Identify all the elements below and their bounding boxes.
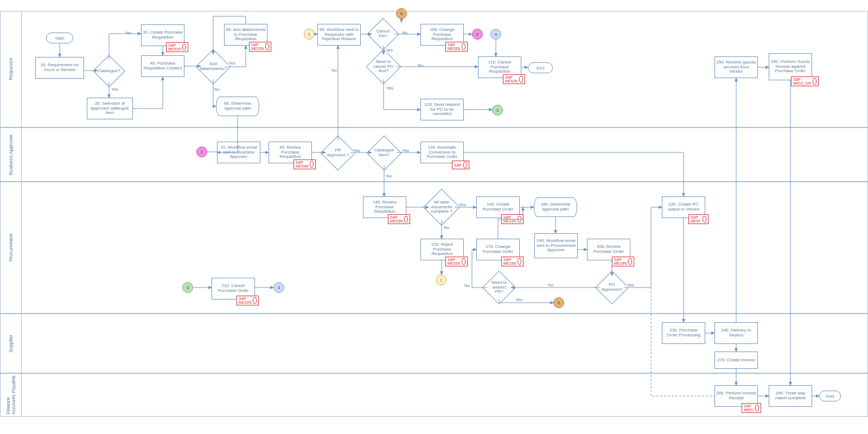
box-90: 90. Workflow sent to Requestor with Reje… <box>317 24 361 46</box>
decision-cancel-pr: Cancel PR? <box>372 23 394 46</box>
sap-me52n-150: SAP ME52N <box>445 257 468 266</box>
lane-finance: Finance Accounts Payable <box>0 373 22 417</box>
box-190: 190. Workflow email sent to Procurement … <box>534 233 578 258</box>
lbl-no: No <box>444 225 449 230</box>
lane-requestor: Requestor <box>0 11 22 127</box>
box-270: 270. Create Invoice <box>714 352 758 369</box>
sap-me51n: SAP ME51N <box>166 42 188 52</box>
sap-me29n: SAP ME29N <box>612 257 634 266</box>
start-node: Start <box>46 33 73 43</box>
box-10: 10. Requirement for Good or Service <box>35 57 84 79</box>
box-180: 180. Determine approval path <box>534 197 577 217</box>
box-240: 240. Delivery to Seqirus <box>714 322 758 344</box>
lbl-no: No <box>214 87 220 92</box>
sap-me52n-110: SAP ME52N <box>503 74 525 84</box>
flowchart-canvas: Requestor Business Approver Procurement … <box>0 0 868 434</box>
decision-docs-complete: All data/ documents complete ? <box>429 194 455 220</box>
sap-me22n-170: SAP ME22N <box>501 257 524 266</box>
sap-me22n-210: SAP ME22N <box>237 296 259 305</box>
sap-me9f: SAP ME9F <box>688 214 709 224</box>
decision-catalogue-item: Catalogue Item? <box>372 141 397 165</box>
lbl-no: No <box>464 283 470 288</box>
box-20: 20. Selection of approved catalogue item <box>87 98 133 119</box>
lbl-yes: Yes <box>353 148 360 153</box>
lbl-yes: Yes <box>627 283 634 288</box>
ref-2-ba: 2 <box>196 146 207 157</box>
ref-4-proc: 4 <box>273 282 284 293</box>
sap-miro: SAP MIRO <box>742 403 761 413</box>
lbl-yes: Yes <box>228 61 235 66</box>
decision-catalogue: Catalogue? <box>98 60 120 82</box>
box-130: 130. Automatic Conversion to Purchase Or… <box>420 142 464 163</box>
decision-amend-pr: Need to amend PR? <box>487 276 511 299</box>
lbl-yes: Yes <box>386 48 393 53</box>
lbl-yes: Yes <box>111 87 118 92</box>
lbl-no: No <box>386 174 392 178</box>
ref-1-top: 1 <box>304 29 315 40</box>
lbl-no: No <box>331 68 337 73</box>
decision-pr-approved: PR Approved ? <box>326 141 350 165</box>
lbl-no: No <box>418 63 423 68</box>
ref-4-top: 4 <box>490 29 501 40</box>
sap-me52n-50: SAP ME52N <box>249 42 271 52</box>
lbl-yes: Yes <box>515 297 522 302</box>
box-120: 120. Send request for PO to be cancelled <box>420 99 464 120</box>
sap-130: SAP <box>452 161 469 169</box>
sap-me52n-100: SAP ME52N <box>445 42 468 52</box>
end-finance: End <box>819 391 841 401</box>
ref-5-top: 5 <box>396 8 407 19</box>
lane-procurement: Procurement <box>0 182 22 314</box>
ref-2-top: 2 <box>472 29 483 40</box>
sap-me53n: SAP ME53N <box>388 214 410 224</box>
ref-1-proc: 1 <box>436 275 446 285</box>
ref-5-proc: 5 <box>553 297 564 308</box>
sap-migo: SAP MIGO_GR <box>791 76 819 86</box>
decision-po-approved: PO Approved? <box>600 276 624 299</box>
lbl-no: No <box>402 30 407 35</box>
lane-supplier: Supplier <box>0 314 22 373</box>
box-40: 40. Purchase Requisition Created <box>141 55 184 77</box>
lane-business-approver: Business Approver <box>0 127 22 182</box>
ref-3-proc: 3 <box>182 282 193 293</box>
decision-attachments: Add Attachments? <box>201 54 226 79</box>
box-250: 250. Receive goods/ services from Vendor <box>714 56 758 78</box>
ref-3-top: 3 <box>492 105 503 116</box>
sap-me54n: SAP ME54N <box>293 159 316 169</box>
decision-cancel-po: Need to cancel PO first? <box>371 54 396 79</box>
lbl-yes: Yes <box>459 202 466 207</box>
end-requestor: End <box>528 62 553 73</box>
box-230: 230. Purchase Order Processing <box>662 322 705 344</box>
box-290: 290. Three way match complete <box>769 385 812 407</box>
lbl-yes: Yes <box>386 86 393 91</box>
lbl-no: No <box>548 283 553 288</box>
box-60: 60. Determine approval path <box>216 97 259 116</box>
box-70: 70. Workflow email sent to Business Appr… <box>217 142 260 163</box>
lbl-no: No <box>126 30 131 35</box>
sap-me21n: SAP ME21N <box>501 214 524 224</box>
lbl-yes: Yes <box>402 148 409 153</box>
